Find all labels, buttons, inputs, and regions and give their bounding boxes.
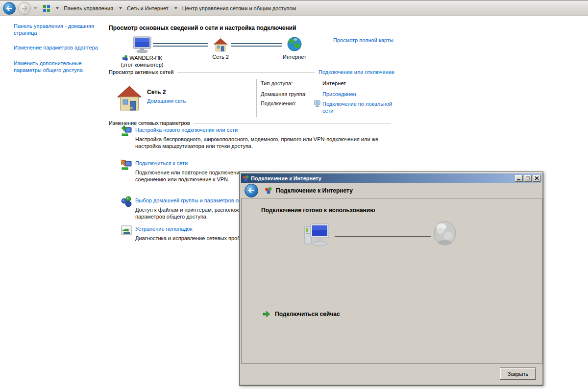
dialog-back-button[interactable] — [245, 184, 258, 197]
map-node-network[interactable]: Сеть 2 — [201, 37, 240, 60]
network-kind-link[interactable]: Домашняя сеть — [147, 98, 186, 104]
house-icon — [213, 37, 228, 52]
active-network-name: Сеть 2 — [147, 89, 166, 96]
change-settings-section-header: Изменение сетевых параметров — [109, 120, 394, 126]
dialog-header: Подключение к Интернету — [241, 183, 541, 198]
desc-line: Диагностика и исправление сетевых проб — [135, 235, 240, 242]
history-dropdown-icon[interactable] — [34, 7, 37, 9]
desc-line: Подключение или повторное подключени — [135, 169, 239, 176]
desc-line: соединению или подключение к VPN. — [135, 176, 239, 183]
active-networks-section-header: Просмотр активных сетей Подключение или … — [109, 69, 394, 75]
section-rule — [177, 72, 315, 73]
homegroup-value-link[interactable]: Присоединен — [322, 91, 356, 97]
task-troubleshoot-desc: Диагностика и исправление сетевых проб — [135, 235, 240, 242]
map-computer-note: (этот компьютер) — [117, 61, 168, 68]
map-node-internet[interactable]: Интернет — [275, 36, 314, 60]
full-map-link[interactable]: Просмотр полной карты — [333, 37, 393, 43]
dialog-header-title: Подключение к Интернету — [276, 187, 353, 194]
network-center-icon — [43, 4, 50, 12]
minimize-button[interactable] — [515, 175, 523, 182]
connect-now-button[interactable]: Подключиться сейчас — [262, 310, 340, 318]
globe-icon — [287, 36, 302, 52]
dialog-title-icon — [243, 175, 249, 181]
connect-to-network-icon — [121, 159, 132, 171]
task-homegroup-link[interactable]: Выбор домашней группы и параметров об — [135, 197, 242, 203]
connections-label: Подключения: — [261, 100, 296, 106]
gray-globe-icon — [433, 220, 457, 246]
sidebar-item-home[interactable]: Панель управления - домашняя страница — [14, 23, 107, 36]
dialog-titlebar[interactable]: Подключение к Интернету — [241, 173, 541, 183]
task-new-connection-desc: Настройка беспроводного, широкополосного… — [135, 136, 378, 149]
desc-line: Доступ к файлам и принтерам, расположе — [135, 206, 242, 213]
sidebar-item-advanced-sharing[interactable]: Изменить дополнительные параметры общего… — [14, 60, 107, 74]
access-type-label: Тип доступа: — [261, 80, 293, 86]
lan-connection-link[interactable]: Подключение по локальной сети — [322, 100, 397, 114]
task-new-connection-link[interactable]: Настройка нового подключения или сети — [135, 127, 238, 133]
access-type-value: Интернет — [322, 80, 346, 86]
task-troubleshoot-link[interactable]: Устранение неполадок — [135, 226, 193, 232]
lan-connection-icon — [314, 100, 320, 107]
sidebar-item-adapter-settings[interactable]: Изменение параметров адаптера — [14, 44, 107, 51]
new-connection-icon — [121, 125, 132, 137]
dialog-title: Подключение к Интернету — [251, 175, 514, 181]
green-arrow-icon — [262, 310, 270, 318]
computer-icon — [303, 221, 331, 248]
desc-line: Настройка беспроводного, широкополосного… — [135, 136, 378, 143]
forward-icon[interactable] — [18, 2, 31, 15]
task-connect-network-link[interactable]: Подключиться к сети — [135, 160, 188, 166]
computer-icon — [132, 36, 152, 53]
house-icon[interactable] — [117, 84, 142, 112]
homegroup-icon — [121, 196, 132, 208]
page-title: Просмотр основных сведений о сети и наст… — [109, 24, 296, 31]
address-bar: Панель управления Сеть и Интернет Центр … — [0, 0, 588, 16]
map-node-computer[interactable]: WANDER-ПК (этот компьютер) — [117, 36, 168, 68]
dialog-connection-line — [335, 236, 431, 237]
breadcrumb-separator-icon[interactable] — [56, 7, 59, 9]
desc-line: параметров общего доступа. — [135, 213, 242, 220]
dialog-status-heading: Подключение готово к использованию — [261, 207, 375, 214]
map-internet-name: Интернет — [275, 53, 314, 60]
breadcrumb-network-sharing-center[interactable]: Центр управления сетями и общим доступом — [182, 4, 296, 12]
active-network-divider — [256, 79, 257, 117]
breadcrumb-separator-icon[interactable] — [119, 7, 122, 9]
map-network-name: Сеть 2 — [201, 53, 240, 60]
connect-disconnect-link[interactable]: Подключение или отключение — [318, 69, 394, 75]
map-computer-name: WANDER-ПК — [129, 55, 162, 61]
close-icon[interactable] — [533, 175, 540, 182]
desc-line: настройка маршрутизатора или точки досту… — [135, 143, 378, 149]
task-homegroup-desc: Доступ к файлам и принтерам, расположе п… — [135, 206, 242, 220]
homegroup-badge-icon — [122, 55, 128, 61]
homegroup-label: Домашняя группа: — [261, 91, 307, 97]
maximize-button — [524, 175, 532, 182]
troubleshoot-icon — [121, 224, 132, 236]
section-rule — [194, 123, 391, 123]
breadcrumb-network-internet[interactable]: Сеть и Интернет — [126, 4, 169, 12]
active-networks-label: Просмотр активных сетей — [109, 69, 173, 75]
task-connect-network-desc: Подключение или повторное подключени сое… — [135, 169, 239, 183]
back-icon[interactable] — [3, 2, 16, 15]
connect-now-label: Подключиться сейчас — [275, 311, 340, 318]
map-wire — [153, 43, 208, 47]
dialog-content: Подключение готово к использованию Подк — [241, 198, 542, 364]
connect-to-internet-dialog: Подключение к Интернету Подключение к Ин… — [239, 172, 543, 386]
dialog-header-icon — [265, 187, 272, 194]
close-button[interactable]: Закрыть — [500, 368, 536, 380]
breadcrumb-control-panel[interactable]: Панель управления — [63, 4, 114, 12]
breadcrumb-separator-icon[interactable] — [174, 7, 177, 9]
